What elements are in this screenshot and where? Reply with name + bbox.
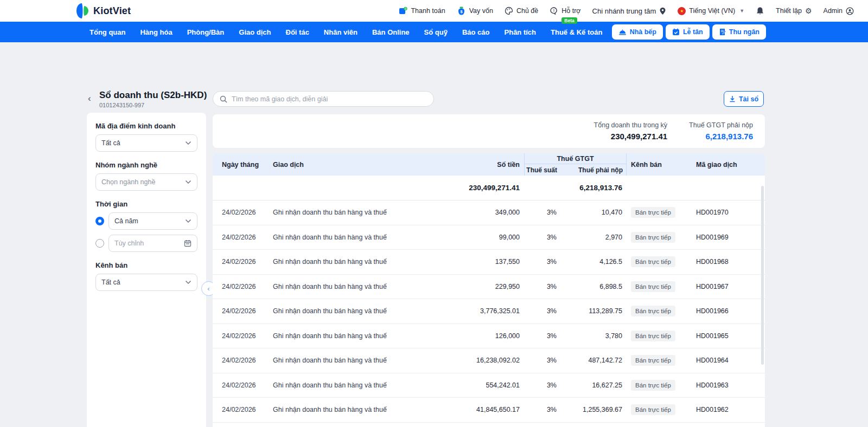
nav-tab[interactable]: Tổng quan	[90, 28, 125, 36]
nav-tab[interactable]: Đối tác	[286, 28, 309, 36]
table-row[interactable]: 24/02/2026Ghi nhận doanh thu bán hàng và…	[213, 398, 765, 423]
search-icon	[220, 95, 227, 103]
cell-tax-rate: 3%	[524, 357, 561, 364]
cell-amount: 554,242.01	[450, 381, 524, 389]
nav-tab[interactable]: Nhân viên	[324, 28, 358, 36]
theme-icon	[505, 7, 513, 15]
back-chevron-icon[interactable]: ‹	[88, 93, 91, 104]
calendar-icon	[184, 240, 192, 247]
table-row[interactable]: 24/02/2026Ghi nhận doanh thu bán hàng và…	[213, 299, 765, 324]
cell-date: 24/02/2026	[213, 381, 269, 389]
cell-channel: Bán trực tiếp	[627, 331, 693, 341]
total-revenue-label: Tổng doanh thu trong kỳ	[594, 121, 668, 129]
topbar-loan[interactable]: $ Vay vốn	[457, 7, 493, 16]
cell-channel: Bán trực tiếp	[627, 256, 693, 267]
reception-button[interactable]: Lễ tân	[666, 24, 710, 40]
search-box[interactable]	[213, 91, 434, 107]
cell-date: 24/02/2026	[213, 332, 269, 340]
cell-amount: 229,950	[450, 283, 524, 290]
table-row[interactable]: 24/02/2026Ghi nhận doanh thu bán hàng và…	[213, 225, 765, 250]
cell-tax-rate: 3%	[524, 258, 561, 266]
topbar-notifications[interactable]	[756, 7, 764, 16]
topbar-branch-label: Chi nhánh trung tâm	[592, 7, 656, 15]
nav-tab[interactable]: Phân tích	[505, 28, 537, 36]
cell-tax-rate: 3%	[524, 209, 561, 216]
header-transaction: Giao dịch	[269, 153, 450, 176]
channel-filter-select[interactable]: Tất cả	[95, 274, 197, 291]
nav-tab[interactable]: Phòng/Bàn	[187, 28, 225, 36]
time-preset-radio[interactable]	[95, 217, 104, 225]
kiotviet-logo-icon	[76, 3, 89, 19]
topbar-settings-label: Thiết lập	[776, 7, 802, 15]
cell-description: Ghi nhận doanh thu bán hàng và thuế	[269, 332, 450, 340]
nav-tab[interactable]: Báo cáo	[462, 28, 490, 36]
table-row[interactable]: 24/02/2026Ghi nhận doanh thu bán hàng và…	[213, 324, 765, 349]
cell-channel: Bán trực tiếp	[627, 355, 693, 366]
table-body: 230,499,271.41 6,218,913.76 24/02/2026Gh…	[213, 176, 765, 425]
table-row[interactable]: 24/02/2026Ghi nhận doanh thu bán hàng và…	[213, 348, 765, 373]
topbar-language-selector[interactable]: ★ Tiếng Việt (VN) ▼	[678, 7, 744, 15]
cell-date: 24/02/2026	[213, 258, 269, 266]
table-total-row: 230,499,271.41 6,218,913.76	[213, 176, 765, 200]
svg-text:0: 0	[405, 7, 406, 10]
header-amount: Số tiền	[450, 153, 524, 176]
page-title: Sổ doanh thu (S2b-HKD)	[99, 90, 207, 101]
revenue-table-card: Ngày tháng Giao dịch Số tiền Thuế GTGT T…	[213, 153, 765, 427]
nav-tab[interactable]: Giao dịch	[239, 28, 271, 36]
topbar-payment[interactable]: 0 Thanh toán	[399, 7, 445, 15]
cell-transaction-code: HD001963	[693, 381, 765, 389]
channel-badge: Bán trực tiếp	[631, 281, 675, 292]
cell-amount: 349,000	[450, 209, 524, 216]
channel-filter-value: Tất cả	[101, 279, 185, 286]
table-row[interactable]: 24/02/2026Ghi nhận doanh thu bán hàng và…	[213, 373, 765, 398]
table-row[interactable]: 24/02/2026Ghi nhận doanh thu bán hàng và…	[213, 275, 765, 300]
nav-tab[interactable]: Thuế & Kế toán	[551, 28, 602, 36]
cell-channel: Bán trực tiếp	[627, 380, 693, 391]
header-code: Mã giao dịch	[693, 153, 761, 176]
cell-tax-rate: 3%	[524, 234, 561, 241]
cashier-button[interactable]: Thu ngân	[712, 24, 766, 40]
cell-tax-amount: 487,142.72	[561, 357, 627, 364]
table-rows: 24/02/2026Ghi nhận doanh thu bán hàng và…	[213, 200, 765, 425]
nav-tab[interactable]: Hàng hóa	[140, 28, 172, 36]
topbar-settings[interactable]: Thiết lập ⚙	[776, 7, 812, 15]
topbar-branch-selector[interactable]: Chi nhánh trung tâm	[592, 7, 667, 15]
nav-tab[interactable]: Sổ quỹ	[424, 28, 448, 36]
cell-description: Ghi nhận doanh thu bán hàng và thuế	[269, 209, 450, 216]
table-scrollbar[interactable]	[761, 186, 764, 365]
vat-due-stat: Thuế GTGT phải nộp 6,218,913.76	[689, 121, 753, 141]
topbar-theme[interactable]: Chủ đề	[505, 7, 538, 15]
location-filter-select[interactable]: Tất cả	[95, 134, 197, 152]
download-ledger-button[interactable]: Tải sổ	[724, 91, 764, 107]
cell-date: 24/02/2026	[213, 307, 269, 315]
time-preset-select[interactable]: Cả năm	[108, 212, 197, 230]
cashier-button-label: Thu ngân	[729, 28, 760, 36]
table-row[interactable]: 24/02/2026Ghi nhận doanh thu bán hàng và…	[213, 250, 765, 275]
time-custom-input[interactable]: Tùy chỉnh	[108, 235, 197, 252]
kitchen-button[interactable]: Nhà bếp	[612, 24, 663, 40]
kitchen-button-label: Nhà bếp	[630, 28, 656, 36]
cell-transaction-code: HD001965	[693, 332, 765, 340]
cell-amount: 126,000	[450, 332, 524, 340]
cell-tax-amount: 1,255,369.67	[561, 406, 627, 413]
topbar-account[interactable]: Admin	[824, 7, 854, 15]
cell-description: Ghi nhận doanh thu bán hàng và thuế	[269, 381, 450, 389]
reception-calendar-icon	[672, 28, 680, 36]
top-header-bar: KiotViet 0 Thanh toán $ Vay vốn	[0, 0, 868, 22]
nav-tab[interactable]: Bán Online	[372, 28, 410, 36]
channel-badge: Bán trực tiếp	[631, 331, 675, 341]
header-vat-group: Thuế GTGT Thuế suất Thuế phải nộp	[524, 153, 627, 176]
topbar-support[interactable]: ! Hỗ trợ Beta	[550, 7, 580, 15]
channel-badge: Bán trực tiếp	[631, 404, 675, 415]
header-channel: Kênh bán	[627, 153, 693, 176]
loan-icon: $	[457, 7, 466, 16]
time-custom-radio[interactable]	[95, 239, 104, 248]
kiotviet-logo[interactable]: KiotViet	[76, 3, 131, 19]
industry-filter-select[interactable]: Chọn ngành nghề	[95, 173, 197, 191]
table-row[interactable]: 24/02/2026Ghi nhận doanh thu bán hàng và…	[213, 423, 765, 425]
brand-name: KiotViet	[93, 5, 131, 17]
cell-amount: 16,238,092.02	[450, 357, 524, 364]
search-input[interactable]	[232, 95, 427, 103]
table-row[interactable]: 24/02/2026Ghi nhận doanh thu bán hàng và…	[213, 200, 765, 225]
vat-due-label: Thuế GTGT phải nộp	[689, 121, 753, 129]
